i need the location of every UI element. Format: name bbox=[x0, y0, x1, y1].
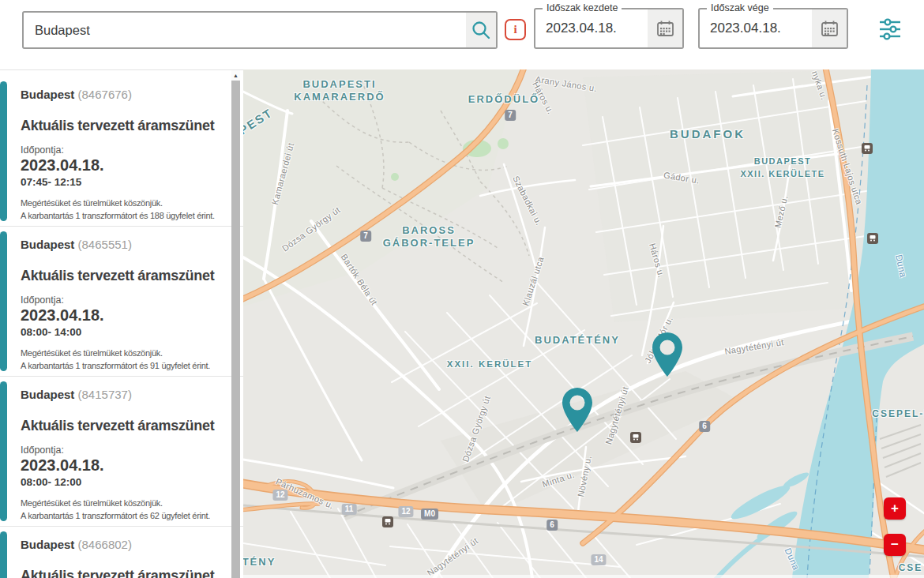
exit-number-shield: 12 bbox=[398, 506, 413, 517]
card-date-label: Időpontja: bbox=[21, 295, 231, 306]
card-time: 08:00- 14:00 bbox=[21, 326, 231, 338]
outage-pin[interactable] bbox=[562, 388, 592, 432]
exit-number-shield: 14 bbox=[591, 554, 606, 565]
zoom-in-button[interactable]: + bbox=[884, 497, 906, 520]
search-box bbox=[22, 11, 498, 49]
route-shield: 7 bbox=[505, 110, 516, 121]
card-time: 07:45- 12:15 bbox=[21, 176, 231, 188]
search-icon bbox=[471, 20, 491, 40]
outage-card[interactable]: Budapest (8466802) Aktuális tervezett ár… bbox=[0, 527, 243, 578]
header: i Időszak kezdete 2023.04.18. Időszak vé… bbox=[0, 0, 924, 69]
card-note-thanks: Megértésüket és türelmüket köszönjük. bbox=[21, 347, 231, 359]
period-end-label: Időszak vége bbox=[707, 2, 773, 13]
card-note-impact: A karbantartás 1 transzformátort és 91 ü… bbox=[21, 359, 231, 372]
card-date: 2023.04.18. bbox=[21, 456, 231, 475]
card-city-row: Budapest (8465551) bbox=[21, 238, 231, 251]
outage-card[interactable]: Budapest (8467676) Aktuális tervezett ár… bbox=[0, 77, 243, 227]
scroll-up-button[interactable]: ▲ bbox=[231, 70, 240, 81]
route-shield: 6 bbox=[547, 520, 558, 531]
train-station-icon bbox=[867, 233, 878, 244]
scrollbar-thumb[interactable] bbox=[231, 81, 240, 578]
card-note-thanks: Megértésüket és türelmüket köszönjük. bbox=[21, 197, 231, 209]
card-accent-bar bbox=[0, 531, 7, 578]
calendar-icon bbox=[821, 20, 839, 38]
outage-card[interactable]: Budapest (8415737) Aktuális tervezett ár… bbox=[0, 377, 243, 527]
card-city: Budapest bbox=[21, 238, 74, 251]
outage-card[interactable]: Budapest (8465551) Aktuális tervezett ár… bbox=[0, 227, 243, 377]
card-city: Budapest bbox=[21, 388, 74, 401]
card-title: Aktuális tervezett áramszünet bbox=[21, 268, 231, 284]
route-shield: 7 bbox=[360, 231, 371, 242]
info-button[interactable]: i bbox=[505, 19, 526, 40]
card-id: (8465551) bbox=[78, 238, 132, 251]
exit-number-shield: 11 bbox=[342, 504, 357, 515]
card-note-impact: A karbantartás 1 transzformátort és 62 ü… bbox=[21, 509, 231, 522]
calendar-icon bbox=[656, 20, 674, 38]
route-shield: M0 bbox=[421, 509, 438, 520]
outage-list: Budapest (8467676) Aktuális tervezett ár… bbox=[0, 70, 243, 578]
card-notes: Megértésüket és türelmüket köszönjük. A … bbox=[21, 197, 231, 222]
card-accent-bar bbox=[0, 381, 7, 521]
outage-list-panel: Budapest (8467676) Aktuális tervezett ár… bbox=[0, 69, 243, 578]
train-station-icon bbox=[862, 143, 873, 154]
train-station-icon bbox=[382, 516, 393, 527]
sidebar-scrollbar[interactable]: ▲ bbox=[231, 70, 240, 578]
map-canvas[interactable]: PEST BUDAPESTI KAMARAERDŐ ERDŐDÜLŐ BUDAF… bbox=[243, 69, 924, 578]
filter-button[interactable] bbox=[875, 15, 905, 45]
card-accent-bar bbox=[0, 231, 7, 371]
exit-number-shield: 12 bbox=[272, 490, 287, 501]
card-title: Aktuális tervezett áramszünet bbox=[21, 568, 231, 578]
card-city: Budapest bbox=[21, 538, 74, 551]
card-date: 2023.04.18. bbox=[21, 156, 231, 175]
calendar-button-start[interactable] bbox=[648, 9, 682, 47]
card-city-row: Budapest (8466802) bbox=[21, 538, 231, 551]
card-note-thanks: Megértésüket és türelmüket köszönjük. bbox=[21, 497, 231, 509]
card-id: (8466802) bbox=[78, 538, 132, 551]
card-accent-bar bbox=[0, 81, 7, 221]
card-time: 08:00- 12:00 bbox=[21, 476, 231, 488]
card-city-row: Budapest (8415737) bbox=[21, 388, 231, 401]
card-title: Aktuális tervezett áramszünet bbox=[21, 118, 231, 134]
period-end-value[interactable]: 2023.04.18. bbox=[710, 21, 781, 36]
card-id: (8415737) bbox=[78, 388, 132, 401]
card-city: Budapest bbox=[21, 88, 74, 101]
card-date-label: Időpontja: bbox=[21, 144, 231, 156]
period-start-value[interactable]: 2023.04.18. bbox=[546, 21, 617, 36]
route-shield: 6 bbox=[699, 421, 710, 432]
card-notes: Megértésüket és türelmüket köszönjük. A … bbox=[21, 347, 231, 372]
search-button[interactable] bbox=[466, 13, 496, 47]
card-date-label: Időpontja: bbox=[21, 445, 231, 456]
period-start-field: Időszak kezdete 2023.04.18. bbox=[534, 8, 684, 49]
card-city-row: Budapest (8467676) bbox=[21, 88, 231, 101]
card-date: 2023.04.18. bbox=[21, 306, 231, 325]
map-base-layer bbox=[243, 69, 924, 578]
zoom-out-button[interactable]: − bbox=[884, 534, 906, 556]
filter-sliders-icon bbox=[877, 16, 903, 43]
calendar-button-end[interactable] bbox=[812, 9, 847, 47]
card-title: Aktuális tervezett áramszünet bbox=[21, 418, 231, 434]
card-id: (8467676) bbox=[78, 88, 132, 101]
map-attribution-strip bbox=[243, 575, 924, 578]
period-end-field: Időszak vége 2023.04.18. bbox=[698, 8, 848, 49]
card-note-impact: A karbantartás 1 transzformátort és 188 … bbox=[21, 209, 231, 222]
search-input[interactable] bbox=[24, 13, 466, 47]
period-start-label: Időszak kezdete bbox=[543, 2, 622, 13]
outage-pin[interactable] bbox=[652, 332, 682, 377]
train-station-icon bbox=[630, 432, 641, 443]
card-notes: Megértésüket és türelmüket köszönjük. A … bbox=[21, 497, 231, 522]
